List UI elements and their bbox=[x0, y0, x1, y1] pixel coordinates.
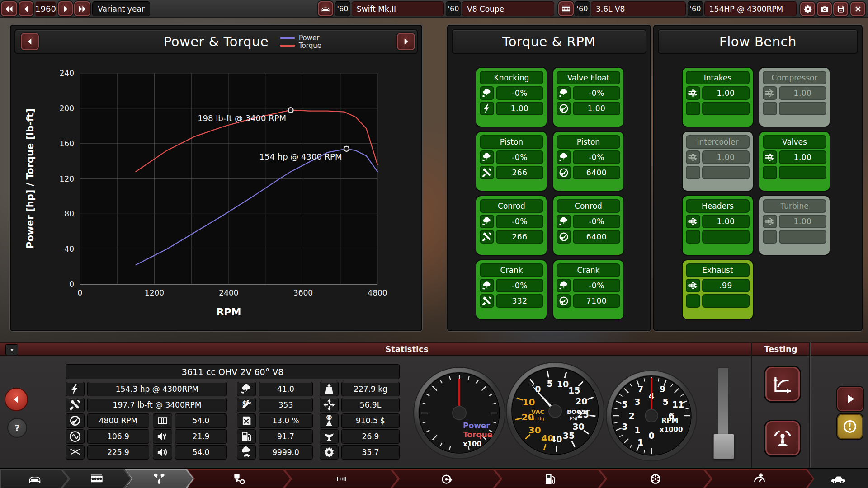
dimensions-stat-icon bbox=[320, 398, 339, 412]
svg-text:RPM: RPM bbox=[217, 306, 241, 318]
gear-button[interactable] bbox=[800, 2, 815, 16]
fuel-economy-stat-icon bbox=[237, 413, 256, 428]
svg-text:PSI: PSI bbox=[570, 416, 577, 422]
box-label: Intakes bbox=[686, 71, 750, 84]
svg-text:5: 5 bbox=[547, 379, 553, 389]
box-value bbox=[779, 166, 826, 179]
svg-text:RPM: RPM bbox=[661, 417, 678, 425]
box-value: 332 bbox=[496, 294, 543, 308]
question-mark: ? bbox=[14, 422, 20, 433]
stat-value: 41.0 bbox=[259, 382, 313, 396]
svg-text:10: 10 bbox=[522, 397, 535, 408]
knock-icon bbox=[481, 280, 493, 291]
engine-icon bbox=[561, 4, 571, 14]
svg-text:200: 200 bbox=[60, 104, 74, 113]
dyno-curve-button[interactable] bbox=[765, 367, 800, 401]
tab-fuel-dispenser[interactable] bbox=[494, 469, 606, 488]
gauge-icon-cell bbox=[557, 102, 571, 115]
flow-icon bbox=[687, 151, 699, 163]
stat-value: 225.9 bbox=[87, 445, 149, 460]
bolt-stat-icon bbox=[66, 382, 85, 396]
svg-text:15: 15 bbox=[568, 385, 580, 395]
box-value: -0% bbox=[496, 215, 543, 228]
tab-turbo[interactable] bbox=[392, 469, 501, 488]
snowflake-stat-icon bbox=[66, 445, 85, 460]
tab-heads[interactable] bbox=[124, 469, 194, 488]
year-prev-button[interactable] bbox=[19, 1, 33, 16]
back-button[interactable] bbox=[5, 388, 28, 411]
heads-icon bbox=[152, 472, 166, 486]
gauge-stat-icon bbox=[66, 413, 85, 428]
box-value: 266 bbox=[496, 166, 543, 179]
dyno-run-button[interactable] bbox=[765, 421, 800, 455]
engine-button[interactable] bbox=[558, 1, 574, 16]
svg-text:Power: Power bbox=[463, 421, 490, 430]
throttle-slider-track[interactable] bbox=[717, 367, 729, 442]
piston-conrod-icon bbox=[232, 472, 246, 486]
tab-test-gauge[interactable] bbox=[704, 469, 814, 488]
svg-text:5: 5 bbox=[662, 397, 668, 407]
tab-piston-conrod[interactable] bbox=[187, 469, 291, 488]
svg-text:Torque: Torque bbox=[463, 430, 492, 439]
box-value bbox=[702, 230, 750, 244]
bolt-icon bbox=[66, 382, 84, 396]
entity-name-field[interactable]: 3.6L V8 bbox=[591, 1, 686, 16]
tab-engine[interactable] bbox=[62, 469, 132, 488]
svg-text:x1000: x1000 bbox=[660, 426, 683, 434]
box-label: Piston bbox=[557, 135, 620, 149]
year-first-button[interactable] bbox=[1, 1, 17, 16]
year-last-button[interactable] bbox=[74, 1, 90, 16]
svg-text:40: 40 bbox=[541, 433, 554, 444]
tab-car[interactable] bbox=[0, 469, 69, 488]
torque-legend-swatch bbox=[280, 45, 295, 47]
service-cost-icon: $ bbox=[237, 398, 255, 412]
svg-text:2400: 2400 bbox=[219, 288, 238, 297]
warning-button[interactable] bbox=[837, 414, 863, 439]
tab-valvetrain[interactable] bbox=[284, 469, 399, 488]
knock-icon bbox=[557, 280, 570, 291]
knock-icon bbox=[557, 216, 570, 227]
entity-name-field[interactable]: V8 Coupe bbox=[462, 1, 554, 16]
knock-icon-cell bbox=[480, 150, 494, 164]
box-value: -0% bbox=[573, 150, 620, 164]
tab-ignition[interactable] bbox=[599, 469, 712, 488]
flow-icon bbox=[687, 216, 699, 227]
svg-text:1: 1 bbox=[634, 425, 640, 435]
chart-next-button[interactable] bbox=[397, 33, 415, 50]
variant-year-label: Variant year bbox=[92, 1, 150, 16]
box-label: Exhaust bbox=[686, 263, 750, 277]
run-test-button[interactable] bbox=[837, 387, 863, 411]
throttle-slider-handle[interactable] bbox=[713, 434, 734, 459]
param-box-exhaust: Exhaust.99 bbox=[683, 260, 753, 319]
box-label: Knocking bbox=[480, 71, 543, 84]
radiator-stat-icon bbox=[153, 413, 172, 428]
flow-icon bbox=[764, 216, 776, 227]
entity-name-field[interactable]: 154HP @ 4300RPM bbox=[704, 1, 797, 16]
car-button[interactable] bbox=[318, 1, 333, 16]
car-preview-tile[interactable] bbox=[807, 469, 868, 488]
stat-value: 54.0 bbox=[175, 445, 227, 460]
engine-name: 3611 cc OHV 2V 60° V8 bbox=[66, 364, 400, 379]
knock-icon bbox=[481, 151, 493, 163]
power-torque-panel: Power & Torque Power Torque 040801201602… bbox=[10, 25, 422, 331]
car-icon bbox=[321, 4, 330, 14]
gauge-icon-cell bbox=[557, 230, 571, 244]
production-units-icon bbox=[320, 430, 338, 443]
entity-name-field[interactable]: Swift Mk.II bbox=[352, 1, 444, 16]
year-next-button[interactable] bbox=[58, 1, 73, 16]
box-value bbox=[702, 294, 750, 308]
loudness-stat-icon bbox=[153, 445, 172, 460]
stat-value: 54.0 bbox=[175, 413, 227, 428]
top-bar: 1960 Variant year '60Swift Mk.II'60V8 Co… bbox=[0, 0, 868, 18]
torque-rpm-title: Torque & RPM bbox=[453, 30, 646, 53]
power-legend-label: Power bbox=[299, 34, 319, 42]
box-value: .99 bbox=[702, 279, 750, 292]
close-button[interactable] bbox=[850, 2, 865, 16]
save-button[interactable] bbox=[833, 2, 848, 16]
boost-vacuum-gauge: 051015202530354010203040VACIn. HgBOOSTPS… bbox=[505, 361, 605, 461]
noise-muffled-icon bbox=[153, 430, 172, 443]
camera-button[interactable] bbox=[817, 2, 832, 16]
help-button[interactable]: ? bbox=[7, 418, 27, 438]
collapse-statistics-button[interactable] bbox=[5, 344, 18, 355]
stat-value: 56.9L bbox=[341, 398, 400, 412]
